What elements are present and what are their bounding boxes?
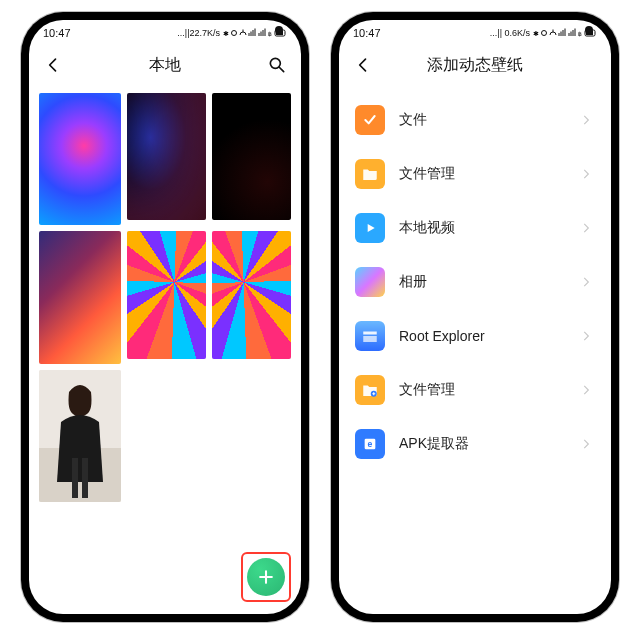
chevron-left-icon [43,55,63,75]
status-right: ...|| 0.6K/s ✱ ฿ [490,28,597,38]
svg-text:e: e [368,439,373,449]
svg-text:✱: ✱ [223,30,229,37]
list-item-apk-extractor[interactable]: e APK提取器 [339,417,611,471]
camera-notch [275,26,283,34]
svg-text:฿: ฿ [268,31,272,37]
phone-left: 10:47 ...||22.7K/s ✱ ฿ 本地 [21,12,309,622]
svg-text:฿: ฿ [578,31,582,37]
chevron-right-icon [579,383,593,397]
gallery-icon [355,267,385,297]
svg-point-6 [270,58,280,68]
wallpaper-thumb[interactable] [127,231,206,358]
wallpaper-thumb[interactable] [212,93,291,220]
phone-right: 10:47 ...|| 0.6K/s ✱ ฿ 添加动态壁纸 [331,12,619,622]
status-time: 10:47 [353,27,381,39]
search-button[interactable] [255,44,299,86]
list-item-label: 相册 [399,273,565,291]
list-item-file-manager-2[interactable]: 文件管理 [339,363,611,417]
wallpaper-grid-container [29,87,301,614]
wallpaper-thumb[interactable] [39,370,121,502]
status-net: ...|| 0.6K/s [490,28,530,38]
svg-point-1 [232,31,237,36]
screen-left: 10:47 ...||22.7K/s ✱ ฿ 本地 [29,20,301,614]
folder-icon [355,375,385,405]
svg-rect-19 [363,332,377,335]
search-icon [267,55,287,75]
svg-line-7 [280,68,284,72]
svg-rect-20 [363,336,377,342]
list-item-file-manager[interactable]: 文件管理 [339,147,611,201]
list-item-label: 文件 [399,111,565,129]
list-item-local-video[interactable]: 本地视频 [339,201,611,255]
person-photo [39,370,121,502]
page-title: 添加动态壁纸 [427,55,523,76]
list-item-files[interactable]: 文件 [339,93,611,147]
wallpaper-thumb[interactable] [212,231,291,358]
page-title: 本地 [149,55,181,76]
list-item-root-explorer[interactable]: Root Explorer [339,309,611,363]
list-item-label: APK提取器 [399,435,565,453]
chevron-right-icon [579,275,593,289]
chevron-left-icon [353,55,373,75]
status-net: ...||22.7K/s [177,28,220,38]
list-item-label: 本地视频 [399,219,565,237]
add-wallpaper-button[interactable] [247,558,285,596]
chevron-right-icon [579,113,593,127]
list-item-label: 文件管理 [399,381,565,399]
chevron-right-icon [579,167,593,181]
apk-icon: e [355,429,385,459]
plus-icon [256,567,276,587]
camera-notch [585,26,593,34]
chevron-right-icon [579,437,593,451]
chevron-right-icon [579,329,593,343]
list-item-gallery[interactable]: 相册 [339,255,611,309]
source-list: 文件 文件管理 本地视频 相册 [339,87,611,614]
root-explorer-icon [355,321,385,351]
wallpaper-thumb[interactable] [39,231,121,363]
add-button-highlight [241,552,291,602]
check-icon [355,105,385,135]
status-right: ...||22.7K/s ✱ ฿ [177,28,287,38]
folder-icon [355,159,385,189]
svg-point-14 [542,31,547,36]
list-item-label: 文件管理 [399,165,565,183]
list-item-label: Root Explorer [399,328,565,344]
wallpaper-thumb[interactable] [39,93,121,225]
chevron-right-icon [579,221,593,235]
wallpaper-grid [29,87,301,508]
svg-text:✱: ✱ [533,30,539,37]
status-time: 10:47 [43,27,71,39]
status-bar: 10:47 ...|| 0.6K/s ✱ ฿ [339,20,611,44]
back-button[interactable] [31,44,75,86]
svg-rect-11 [72,458,78,498]
video-icon [355,213,385,243]
screen-right: 10:47 ...|| 0.6K/s ✱ ฿ 添加动态壁纸 [339,20,611,614]
back-button[interactable] [341,44,385,86]
header: 添加动态壁纸 [339,44,611,87]
header: 本地 [29,44,301,87]
wallpaper-thumb[interactable] [127,93,206,220]
status-bar: 10:47 ...||22.7K/s ✱ ฿ [29,20,301,44]
svg-rect-12 [82,458,88,498]
